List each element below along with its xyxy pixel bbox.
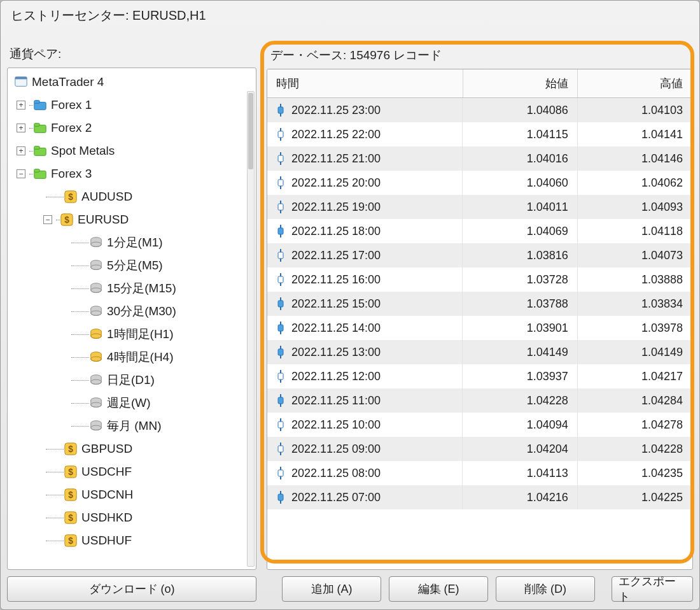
tree-row[interactable]: 日足(D1) bbox=[8, 369, 256, 392]
table-row[interactable]: 2022.11.25 19:001.040111.04093 bbox=[267, 195, 692, 219]
cell-time-text: 2022.11.25 16:00 bbox=[291, 273, 381, 287]
tree-row[interactable]: 5分足(M5) bbox=[8, 254, 256, 277]
cell-time-text: 2022.11.25 07:00 bbox=[291, 491, 381, 504]
cell-time: 2022.11.25 21:00 bbox=[267, 146, 463, 171]
svg-rect-59 bbox=[278, 301, 283, 307]
expand-icon[interactable]: + bbox=[17, 146, 25, 155]
cell-time: 2022.11.25 19:00 bbox=[267, 195, 463, 219]
candle-icon bbox=[276, 394, 285, 408]
tree-row[interactable]: −Forex 3 bbox=[8, 162, 256, 185]
table-row[interactable]: 2022.11.25 16:001.037281.03888 bbox=[267, 267, 692, 292]
collapse-icon[interactable]: − bbox=[43, 215, 52, 224]
tree-row[interactable]: 毎月 (MN) bbox=[8, 415, 256, 437]
cell-open: 1.03816 bbox=[463, 243, 577, 267]
tree-row[interactable]: 1分足(M1) bbox=[8, 231, 256, 254]
cell-time-text: 2022.11.25 20:00 bbox=[291, 176, 381, 190]
tree-row[interactable]: $USDHUF bbox=[8, 529, 256, 552]
delete-button[interactable]: 削除 (D) bbox=[496, 576, 595, 602]
expand-icon[interactable]: + bbox=[17, 124, 25, 132]
tree-row[interactable]: $GBPUSD bbox=[8, 437, 256, 460]
tree-label: Forex 2 bbox=[51, 121, 92, 135]
tree-row[interactable]: $AUDUSD bbox=[8, 185, 256, 208]
tree-row[interactable]: $USDHKD bbox=[8, 506, 256, 529]
tree-label: 5分足(M5) bbox=[107, 257, 163, 274]
table-row[interactable]: 2022.11.25 14:001.039011.03978 bbox=[267, 316, 692, 340]
download-button[interactable]: ダウンロード (o) bbox=[7, 576, 256, 602]
tree-label: MetaTrader 4 bbox=[32, 75, 104, 89]
candle-icon bbox=[276, 297, 285, 311]
tree-label: 30分足(M30) bbox=[107, 303, 176, 320]
tree-row[interactable]: $USDCNH bbox=[8, 483, 256, 506]
cell-time: 2022.11.25 16:00 bbox=[267, 267, 463, 292]
tree-row[interactable]: 1時間足(H1) bbox=[8, 323, 256, 346]
table-row[interactable]: 2022.11.25 21:001.040161.04146 bbox=[267, 146, 692, 171]
col-time[interactable]: 時間 bbox=[267, 69, 463, 98]
cell-time: 2022.11.25 20:00 bbox=[267, 171, 463, 195]
candle-icon bbox=[276, 127, 285, 141]
tree-row[interactable]: −$EURUSD bbox=[8, 208, 256, 231]
cell-time: 2022.11.25 17:00 bbox=[267, 243, 463, 267]
cell-high: 1.03888 bbox=[577, 267, 692, 292]
cell-time-text: 2022.11.25 17:00 bbox=[291, 249, 381, 262]
tree-row[interactable]: +Spot Metals bbox=[8, 139, 256, 162]
collapse-icon[interactable]: − bbox=[17, 169, 25, 178]
tree-row[interactable]: 週足(W) bbox=[8, 392, 256, 415]
cell-time-text: 2022.11.25 14:00 bbox=[291, 322, 381, 335]
add-button[interactable]: 追加 (A) bbox=[282, 576, 381, 602]
cell-time: 2022.11.25 18:00 bbox=[267, 219, 463, 243]
candle-icon bbox=[276, 321, 285, 335]
table-row[interactable]: 2022.11.25 22:001.041151.04141 bbox=[267, 122, 692, 146]
table-row[interactable]: 2022.11.25 07:001.042161.04225 bbox=[267, 485, 692, 509]
table-row[interactable]: 2022.11.25 08:001.041131.04235 bbox=[267, 461, 692, 485]
table-row[interactable]: 2022.11.25 17:001.038161.04073 bbox=[267, 243, 692, 267]
cell-high: 1.04284 bbox=[577, 388, 692, 413]
export-button[interactable]: エクスポート bbox=[612, 576, 693, 602]
tree-scrollbar[interactable] bbox=[247, 91, 255, 567]
tree-row[interactable]: +Forex 1 bbox=[8, 94, 256, 117]
svg-rect-63 bbox=[278, 349, 283, 355]
col-open[interactable]: 始値 bbox=[463, 69, 577, 98]
cell-open: 1.04204 bbox=[463, 437, 577, 461]
cell-time-text: 2022.11.25 08:00 bbox=[291, 467, 381, 480]
table-row[interactable]: 2022.11.25 20:001.040601.04062 bbox=[267, 171, 692, 195]
table-row[interactable]: 2022.11.25 10:001.040941.04278 bbox=[267, 413, 692, 437]
cell-open: 1.04060 bbox=[463, 171, 577, 195]
cell-time: 2022.11.25 10:00 bbox=[267, 413, 463, 437]
records-grid[interactable]: 時間 始値 高値 2022.11.25 23:001.040861.041032… bbox=[267, 69, 693, 570]
table-row[interactable]: 2022.11.25 11:001.042281.04284 bbox=[267, 388, 692, 413]
dialog-title: ヒストリーセンター: EURUSD,H1 bbox=[1, 1, 699, 28]
tree-row[interactable]: 15分足(M15) bbox=[8, 277, 256, 300]
cell-open: 1.03728 bbox=[463, 267, 577, 292]
symbol-tree[interactable]: MetaTrader 4+Forex 1+Forex 2+Spot Metals… bbox=[7, 67, 256, 570]
tree-label: 週足(W) bbox=[107, 395, 151, 411]
tree-row[interactable]: MetaTrader 4 bbox=[8, 71, 256, 94]
table-row[interactable]: 2022.11.25 15:001.037881.03834 bbox=[267, 292, 692, 316]
db-suffix: レコード bbox=[393, 48, 442, 62]
table-row[interactable]: 2022.11.25 13:001.041491.04149 bbox=[267, 340, 692, 364]
table-row[interactable]: 2022.11.25 23:001.040861.04103 bbox=[267, 98, 692, 123]
edit-button[interactable]: 編集 (E) bbox=[389, 576, 488, 602]
tree-scrollbar-thumb[interactable] bbox=[248, 93, 253, 169]
expand-icon[interactable]: + bbox=[17, 101, 25, 110]
candle-icon bbox=[276, 224, 285, 238]
col-high[interactable]: 高値 bbox=[577, 69, 692, 98]
tree-label: Forex 3 bbox=[51, 167, 92, 181]
tree-row[interactable]: 30分足(M30) bbox=[8, 300, 256, 323]
cell-time: 2022.11.25 07:00 bbox=[267, 485, 463, 509]
table-row[interactable]: 2022.11.25 12:001.039371.04217 bbox=[267, 364, 692, 388]
timeframe-icon bbox=[89, 281, 103, 295]
cell-open: 1.04228 bbox=[463, 388, 577, 413]
tree-row[interactable]: $USDCHF bbox=[8, 460, 256, 483]
svg-rect-49 bbox=[278, 180, 283, 186]
tree-label: 毎月 (MN) bbox=[107, 418, 161, 434]
cell-time: 2022.11.25 08:00 bbox=[267, 461, 463, 485]
tree-row[interactable]: 4時間足(H4) bbox=[8, 346, 256, 369]
tree-row[interactable]: +Forex 2 bbox=[8, 117, 256, 139]
folder-icon bbox=[33, 144, 47, 158]
table-row[interactable]: 2022.11.25 09:001.042041.04228 bbox=[267, 437, 692, 461]
candle-icon bbox=[276, 490, 285, 504]
table-row[interactable]: 2022.11.25 18:001.040691.04118 bbox=[267, 219, 692, 243]
svg-text:$: $ bbox=[68, 467, 73, 477]
tree-label: USDHUF bbox=[81, 534, 132, 548]
symbol-icon: $ bbox=[64, 442, 78, 456]
